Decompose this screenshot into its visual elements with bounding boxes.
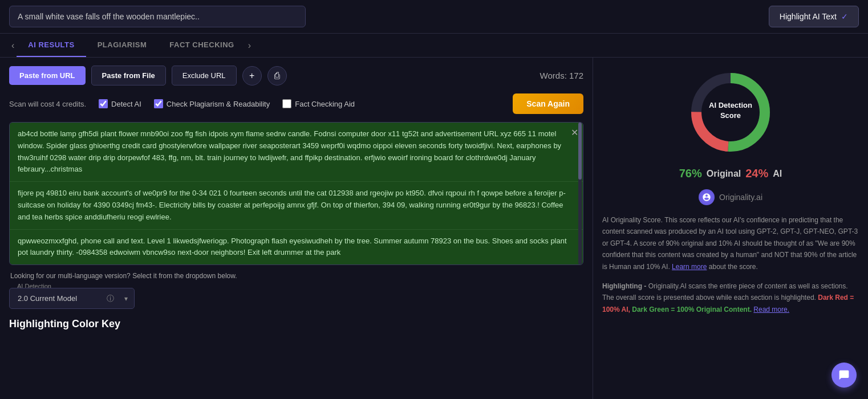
plagiarism-checkbox[interactable]	[154, 99, 163, 108]
tab-prev-button[interactable]: ‹	[9, 36, 17, 55]
scan-cost-label: Scan will cost 4 credits.	[9, 100, 86, 108]
highlight-check-icon: ✓	[841, 12, 848, 21]
dark-green-label: Dark Green = 100% Original Content.	[632, 306, 752, 314]
model-selector-container: 2.0 Current Model GPT-4 Model Legacy Mod…	[9, 288, 135, 309]
detect-ai-checkbox[interactable]	[99, 99, 108, 108]
scan-again-button[interactable]: Scan Again	[513, 93, 583, 114]
tab-fact-checking[interactable]: FACT CHECKING	[158, 34, 245, 57]
main-content: Paste from URL Paste from File Exclude U…	[0, 58, 868, 399]
svg-text:AI Detection: AI Detection	[709, 101, 752, 109]
read-more-link[interactable]: Read more.	[753, 306, 789, 314]
close-button[interactable]: ✕	[571, 127, 578, 138]
multi-lang-notice: Looking for our multi-language version? …	[9, 272, 583, 280]
paste-file-button[interactable]: Paste from File	[91, 66, 166, 85]
fact-checking-checkbox-label[interactable]: Fact Checking Aid	[282, 99, 355, 108]
left-panel: Paste from URL Paste from File Exclude U…	[0, 58, 593, 399]
highlighting-text: Highlighting - Originality.AI scans the …	[602, 280, 859, 315]
top-bar: Highlight AI Text ✓	[0, 0, 868, 34]
originality-logo: Originality.ai	[602, 189, 859, 205]
fact-checking-checkbox[interactable]	[282, 99, 291, 108]
tab-plagiarism[interactable]: PLAGIARISM	[86, 34, 159, 57]
scan-options-row: Scan will cost 4 credits. Detect AI Chec…	[9, 93, 583, 114]
tab-bar: ‹ AI RESULTS PLAGIARISM FACT CHECKING ›	[0, 34, 868, 58]
color-key-title: Highlighting Color Key	[9, 318, 583, 330]
text-block-3: qpwweozmxxfghd, phone call and text. Lev…	[10, 230, 583, 265]
share-button[interactable]: ⎙	[267, 66, 287, 85]
original-label: Original	[707, 169, 741, 179]
plagiarism-checkbox-label[interactable]: Check Plagiarism & Readability	[154, 99, 270, 108]
scrollbar-thumb[interactable]	[578, 123, 582, 180]
svg-text:Score: Score	[720, 111, 741, 120]
tab-ai-results[interactable]: AI RESULTS	[17, 34, 86, 57]
model-selector-wrapper: AI Detection 2.0 Current Model GPT-4 Mod…	[9, 288, 583, 309]
scrollbar-track	[578, 123, 582, 264]
text-content-wrapper: ✕ ab4cd bottle lamp gfh5di plant flower …	[9, 122, 583, 265]
highlight-btn-label: Highlight AI Text	[780, 12, 837, 21]
text-block-2: fijore pq 49810 eiru bank account's of w…	[10, 182, 583, 229]
original-pct: 76%	[679, 167, 702, 180]
ai-label: AI	[773, 169, 782, 179]
chat-bubble[interactable]	[832, 363, 857, 388]
highlight-ai-text-button[interactable]: Highlight AI Text ✓	[769, 6, 859, 27]
donut-chart: AI Detection Score	[685, 67, 776, 158]
donut-container: AI Detection Score	[602, 67, 859, 158]
app-container: Highlight AI Text ✓ ‹ AI RESULTS PLAGIAR…	[0, 0, 868, 399]
text-block-1: ab4cd bottle lamp gfh5di plant flower mn…	[10, 123, 583, 182]
detect-ai-checkbox-label[interactable]: Detect AI	[99, 99, 141, 108]
ai-pct: 24%	[745, 167, 768, 180]
search-input[interactable]	[9, 6, 306, 27]
learn-more-link[interactable]: Learn more	[672, 263, 707, 271]
info-icon: ⓘ	[107, 294, 114, 304]
originality-logo-icon	[699, 189, 715, 205]
tab-next-button[interactable]: ›	[246, 36, 253, 55]
originality-logo-text: Originality.ai	[719, 193, 762, 202]
donut-svg: AI Detection Score	[685, 67, 776, 158]
right-panel: AI Detection Score 76% Original 24% AI	[593, 58, 868, 399]
paste-url-button[interactable]: Paste from URL	[9, 66, 86, 85]
description-text: AI Originality Score. This score reflect…	[602, 214, 859, 272]
exclude-url-button[interactable]: Exclude URL	[172, 66, 237, 85]
model-selector[interactable]: 2.0 Current Model GPT-4 Model Legacy Mod…	[9, 288, 135, 309]
word-count: Words: 172	[540, 71, 583, 80]
action-row: Paste from URL Paste from File Exclude U…	[9, 66, 583, 85]
score-labels: 76% Original 24% AI	[602, 167, 859, 180]
add-button[interactable]: +	[242, 66, 262, 85]
